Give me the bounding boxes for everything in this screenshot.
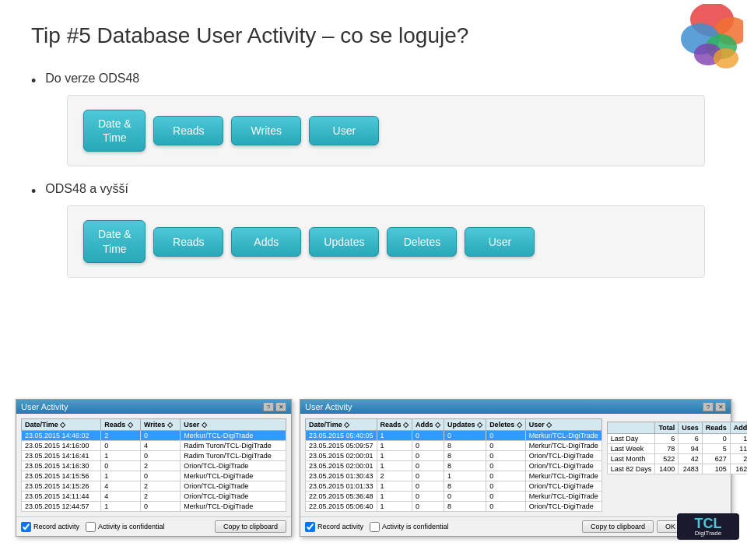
- table-row[interactable]: 23.05.2015 02:00:01 1 0 8 0 Orion/TCL-Di…: [306, 461, 602, 471]
- left-window-titlebar: User Activity ? ✕: [16, 400, 291, 414]
- btn-writes-1[interactable]: Writes: [231, 116, 301, 145]
- table-row[interactable]: 23.05.2015 14:11:44 4 2 Orion/TCL-DigiTr…: [22, 492, 286, 502]
- btn-datetime-1[interactable]: Date &Time: [83, 110, 146, 152]
- table-row[interactable]: 23.05.2015 01:01:33 1 0 8 0 Orion/TCL-Di…: [306, 481, 602, 492]
- cell-updates: 8: [444, 481, 486, 492]
- btn-user-1[interactable]: User: [309, 116, 379, 145]
- table-row[interactable]: 23.05.2015 02:00:01 1 0 8 0 Orion/TCL-Di…: [306, 451, 602, 461]
- cell-reads: 0: [101, 441, 141, 451]
- right-window-help-btn[interactable]: ?: [703, 402, 714, 411]
- table-row[interactable]: 23.05.2015 14:46:02 2 0 Merkur/TCL-DigiT…: [22, 431, 286, 441]
- cell-datetime: 23.05.2015 01:01:33: [306, 481, 377, 492]
- cell-adds: 0: [412, 481, 444, 492]
- table-row[interactable]: 23.05.2015 14:15:56 1 0 Merkur/TCL-DigiT…: [22, 471, 286, 481]
- table-row[interactable]: 23.05.2015 05:09:57 1 0 8 0 Merkur/TCL-D…: [306, 441, 602, 451]
- cell-deletes: 0: [486, 502, 526, 512]
- cell-datetime: 23.05.2015 14:15:56: [22, 471, 101, 481]
- record-activity-label[interactable]: Record activity: [21, 522, 79, 532]
- right-window-footer: Record activity Activity is confidential…: [300, 516, 731, 536]
- cell-deletes: 0: [486, 471, 526, 481]
- copy-clipboard-btn-right[interactable]: Copy to clipboard: [582, 520, 654, 533]
- r-col-updates[interactable]: Updates ◇: [444, 419, 486, 431]
- col-datetime[interactable]: Date/Time ◇: [22, 419, 101, 431]
- btn-adds-2[interactable]: Adds: [231, 227, 301, 257]
- totals-adds: 17: [730, 434, 747, 444]
- copy-clipboard-btn-left[interactable]: Copy to clipboard: [215, 520, 286, 533]
- cell-deletes: 0: [486, 451, 526, 461]
- r-col-adds[interactable]: Adds ◇: [412, 419, 444, 431]
- record-activity-checkbox[interactable]: [21, 522, 31, 532]
- btn-reads-2[interactable]: Reads: [153, 227, 223, 257]
- btn-updates-2[interactable]: Updates: [309, 227, 379, 257]
- btn-reads-1[interactable]: Reads: [153, 116, 223, 145]
- cell-updates: 8: [444, 441, 486, 451]
- right-window-controls[interactable]: ? ✕: [703, 402, 726, 411]
- logo-area: [622, 0, 747, 78]
- cell-deletes: 0: [486, 481, 526, 492]
- totals-row: Last Day 6 6 0 17 0: [607, 434, 747, 444]
- btn-datetime-2[interactable]: Date &Time: [83, 220, 146, 262]
- left-window-body: Date/Time ◇ Reads ◇ Writes ◇ User ◇ 23.0…: [16, 414, 291, 516]
- cell-datetime: 23.05.2015 14:16:00: [22, 441, 101, 451]
- cell-datetime: 23.05.2015 14:46:02: [22, 431, 101, 441]
- r-col-user[interactable]: User ◇: [525, 419, 601, 431]
- cell-user: Orion/TCL-DigiTrade: [525, 502, 601, 512]
- left-window-controls[interactable]: ? ✕: [263, 402, 286, 411]
- bullet-dot-1: •: [31, 73, 36, 89]
- r-record-activity-label[interactable]: Record activity: [305, 522, 363, 532]
- cell-user: Merkur/TCL-DigiTrade: [181, 502, 286, 512]
- cell-adds: 0: [412, 461, 444, 471]
- table-row[interactable]: 23.05.2015 14:15:26 4 2 Orion/TCL-DigiTr…: [22, 481, 286, 492]
- totals-label: Last Week: [607, 444, 655, 454]
- r-col-datetime[interactable]: Date/Time ◇: [306, 419, 377, 431]
- btn-deletes-2[interactable]: Deletes: [387, 227, 457, 257]
- right-window-body: Date/Time ◇ Reads ◇ Adds ◇ Updates ◇ Del…: [300, 414, 731, 516]
- r-activity-confidential-checkbox[interactable]: [370, 522, 380, 532]
- table-row[interactable]: 23.05.2015 14:16:41 1 0 Radim Turon/TCL-…: [22, 451, 286, 461]
- table-row[interactable]: 22.05.2015 05:06:40 1 0 8 0 Orion/TCL-Di…: [306, 502, 602, 512]
- right-window-close-btn[interactable]: ✕: [715, 402, 726, 411]
- table-row[interactable]: 23.05.2015 01:30:43 2 0 1 0 Merkur/TCL-D…: [306, 471, 602, 481]
- totals-adds: 1620: [730, 464, 747, 474]
- right-data-table: Date/Time ◇ Reads ◇ Adds ◇ Updates ◇ Del…: [305, 418, 602, 512]
- cell-updates: 0: [444, 431, 486, 441]
- r-col-reads[interactable]: Reads ◇: [377, 419, 412, 431]
- cell-deletes: 0: [486, 441, 526, 451]
- totals-row: Last Month 522 42 627 29: [607, 454, 747, 464]
- table-row[interactable]: 23.05.2015 12:44:57 1 0 Merkur/TCL-DigiT…: [22, 502, 286, 512]
- col-reads[interactable]: Reads ◇: [101, 419, 141, 431]
- r-col-deletes[interactable]: Deletes ◇: [486, 419, 526, 431]
- totals-total: 1400: [655, 464, 679, 474]
- tcl-digitrade-logo: TCL DigiTrade: [677, 513, 739, 552]
- table-row[interactable]: 23.05.2015 05:40:05 1 0 0 0 Merkur/TCL-D…: [306, 431, 602, 441]
- totals-uses: 94: [679, 444, 703, 454]
- cell-user: Merkur/TCL-DigiTrade: [525, 441, 601, 451]
- r-record-activity-checkbox[interactable]: [305, 522, 315, 532]
- totals-section: Date/Time ◇ Reads ◇ Adds ◇ Updates ◇ Del…: [305, 418, 726, 512]
- right-main-table-container: Date/Time ◇ Reads ◇ Adds ◇ Updates ◇ Del…: [305, 418, 602, 512]
- totals-reads: 5: [702, 444, 730, 454]
- cell-reads: 1: [377, 451, 412, 461]
- btn-user-2[interactable]: User: [465, 227, 535, 257]
- activity-confidential-checkbox[interactable]: [86, 522, 96, 532]
- cell-reads: 1: [377, 502, 412, 512]
- left-window-close-btn[interactable]: ✕: [275, 402, 286, 411]
- cell-writes: 2: [141, 492, 181, 502]
- cell-adds: 0: [412, 502, 444, 512]
- bullet-item-2: • ODS48 a vyšší Date &Time Reads Adds Up…: [31, 182, 716, 277]
- left-window-help-btn[interactable]: ?: [263, 402, 274, 411]
- table-row[interactable]: 22.05.2015 05:36:48 1 0 0 0 Merkur/TCL-D…: [306, 492, 602, 502]
- cell-datetime: 23.05.2015 02:00:01: [306, 461, 377, 471]
- cell-user: Orion/TCL-DigiTrade: [525, 481, 601, 492]
- cell-reads: 1: [377, 481, 412, 492]
- cell-datetime: 23.05.2015 05:40:05: [306, 431, 377, 441]
- section-ods48-higher: • ODS48 a vyšší Date &Time Reads Adds Up…: [31, 182, 716, 277]
- col-user[interactable]: User ◇: [181, 419, 286, 431]
- r-activity-confidential-label[interactable]: Activity is confidential: [370, 522, 449, 532]
- cell-writes: 2: [141, 481, 181, 492]
- table-row[interactable]: 23.05.2015 14:16:00 0 4 Radim Turon/TCL-…: [22, 441, 286, 451]
- activity-confidential-label[interactable]: Activity is confidential: [86, 522, 165, 532]
- col-writes[interactable]: Writes ◇: [141, 419, 181, 431]
- totals-reads: 0: [702, 434, 730, 444]
- table-row[interactable]: 23.05.2015 14:16:30 0 2 Orion/TCL-DigiTr…: [22, 461, 286, 471]
